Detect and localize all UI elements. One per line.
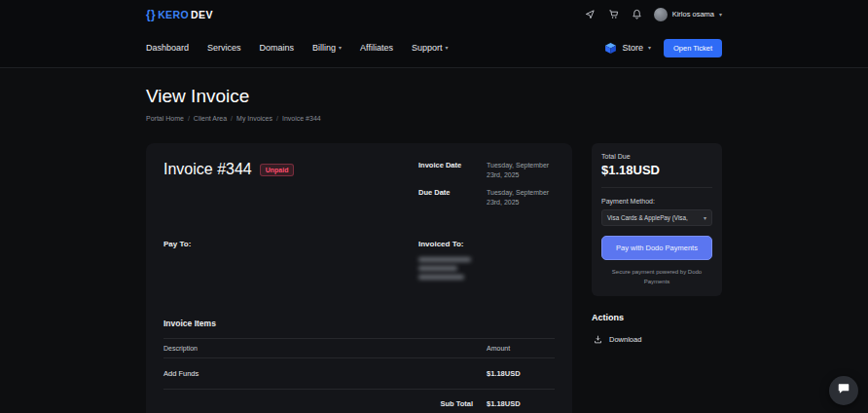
user-avatar	[654, 8, 668, 21]
due-date-label: Due Date	[418, 188, 475, 207]
nav-item-domains[interactable]: Domains	[260, 43, 295, 53]
payment-method-selected-value: Visa Cards & ApplePay (Visa,	[607, 214, 688, 221]
table-header-row: Description Amount	[163, 338, 555, 358]
breadcrumb-my-invoices[interactable]: My Invoices	[236, 115, 272, 122]
nav-item-services[interactable]: Services	[207, 43, 241, 53]
main-content: View Invoice Portal Home / Client Area /…	[146, 68, 722, 413]
store-label: Store	[622, 43, 643, 53]
nav-item-affiliates[interactable]: Affiliates	[360, 43, 393, 53]
breadcrumb-portal-home[interactable]: Portal Home	[146, 115, 184, 122]
invoice-card: Invoice #344 Unpaid Invoice Date Tuesday…	[146, 143, 572, 413]
brand-logo[interactable]: {} KERODEV	[146, 8, 213, 21]
table-row: Add Funds $1.18USD	[163, 358, 555, 390]
share-icon[interactable]	[584, 8, 597, 20]
invoice-dates: Invoice Date Tuesday, September 23rd, 20…	[418, 161, 555, 208]
store-cube-icon	[604, 42, 617, 55]
download-icon	[592, 333, 604, 346]
invoice-date-label: Invoice Date	[418, 161, 475, 180]
main-navbar: Dashboard Services Domains Billing▾ Affi…	[0, 28, 868, 67]
topbar-actions: Kirlos osama ▾	[584, 8, 722, 21]
item-amount: $1.18USD	[487, 369, 555, 378]
payment-method-label: Payment Method:	[601, 198, 712, 205]
nav-right: Store ▾ Open Ticket	[604, 39, 722, 57]
invoice-title: Invoice #344	[163, 161, 252, 178]
total-due-label: Total Due	[601, 153, 712, 160]
payment-method-select[interactable]: Visa Cards & ApplePay (Visa, ▾	[601, 209, 712, 226]
invoice-sidebar: Total Due $1.18USD Payment Method: Visa …	[592, 143, 722, 346]
secure-payment-note: Secure payment powered by Dodo Payments	[601, 268, 712, 286]
column-header-description: Description	[163, 345, 487, 352]
nav-item-support[interactable]: Support▾	[412, 43, 449, 53]
invoiced-to-label: Invoiced To:	[418, 240, 555, 248]
store-menu[interactable]: Store ▾	[604, 42, 651, 55]
chevron-down-icon: ▾	[648, 45, 651, 51]
item-description: Add Funds	[163, 369, 487, 378]
pay-to-section: Pay To:	[163, 240, 418, 283]
total-due-value: $1.18USD	[601, 163, 712, 177]
breadcrumb-client-area[interactable]: Client Area	[194, 115, 227, 122]
topbar: {} KERODEV Kirlos osama ▾	[0, 0, 868, 28]
invoiced-to-section: Invoiced To:	[418, 240, 555, 283]
invoice-date-value: Tuesday, September 23rd, 2025	[487, 161, 555, 180]
chat-bubble-icon	[837, 382, 850, 399]
open-ticket-button[interactable]: Open Ticket	[664, 39, 722, 57]
chevron-down-icon: ▾	[339, 45, 342, 51]
total-due-card: Total Due $1.18USD Payment Method: Visa …	[592, 143, 722, 296]
notifications-bell-icon[interactable]	[631, 8, 643, 20]
page-title: View Invoice	[146, 86, 722, 107]
download-link[interactable]: Download	[592, 333, 722, 346]
breadcrumb: Portal Home / Client Area / My Invoices …	[146, 115, 722, 122]
chat-widget-button[interactable]	[829, 376, 858, 405]
user-name: Kirlos osama	[672, 10, 714, 19]
site-header: {} KERODEV Kirlos osama ▾	[0, 0, 868, 68]
divider	[601, 187, 712, 188]
breadcrumb-separator: /	[188, 115, 190, 122]
due-date-value: Tuesday, September 23rd, 2025	[487, 188, 555, 207]
subtotal-label: Sub Total	[163, 399, 487, 408]
status-badge: Unpaid	[260, 164, 295, 176]
column-header-amount: Amount	[487, 345, 555, 352]
brand-name-secondary: DEV	[191, 9, 213, 20]
subtotal-amount: $1.18USD	[487, 399, 555, 408]
breadcrumb-separator: /	[276, 115, 278, 122]
chevron-down-icon: ▾	[704, 215, 706, 221]
brand-braces-icon: {}	[146, 8, 156, 21]
pay-with-dodo-button[interactable]: Pay with Dodo Payments	[601, 236, 712, 260]
subtotal-row: Sub Total $1.18USD	[163, 394, 555, 413]
nav-item-billing[interactable]: Billing▾	[312, 43, 342, 53]
nav-items: Dashboard Services Domains Billing▾ Affi…	[146, 43, 449, 53]
invoice-items-heading: Invoice Items	[163, 319, 555, 328]
chevron-down-icon: ▾	[719, 12, 722, 18]
breadcrumb-current: Invoice #344	[282, 115, 321, 122]
brand-name-primary: KERO	[158, 9, 189, 20]
invoiced-to-redacted	[418, 257, 555, 280]
chevron-down-icon: ▾	[445, 45, 448, 51]
cart-icon[interactable]	[607, 8, 620, 20]
download-label: Download	[609, 335, 641, 344]
user-menu[interactable]: Kirlos osama ▾	[654, 8, 722, 21]
pay-to-label: Pay To:	[163, 240, 418, 248]
invoice-items-table: Description Amount Add Funds $1.18USD Su…	[163, 338, 555, 413]
actions-heading: Actions	[592, 313, 722, 322]
breadcrumb-separator: /	[231, 115, 233, 122]
nav-item-dashboard[interactable]: Dashboard	[146, 43, 189, 53]
